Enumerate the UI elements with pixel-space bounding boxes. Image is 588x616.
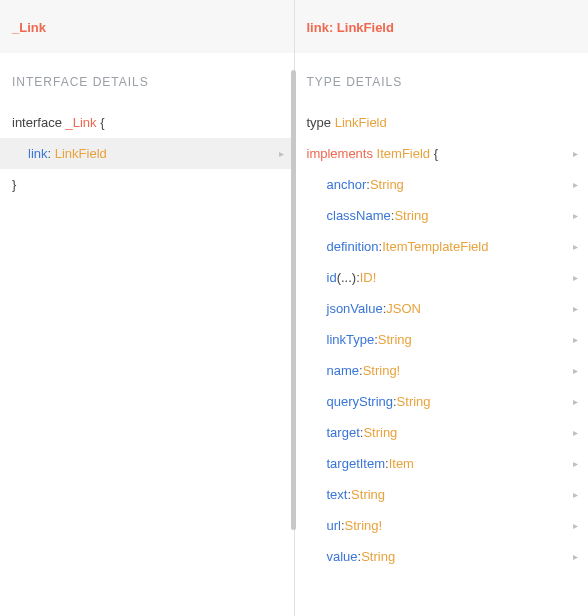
type-panel: link: LinkField TYPE DETAILS type LinkFi… xyxy=(295,0,589,616)
type-field-name[interactable]: name: String!▸ xyxy=(295,355,589,386)
interface-declaration: interface _Link { xyxy=(0,107,294,138)
field-type: Item xyxy=(389,456,414,471)
field-type: ItemTemplateField xyxy=(382,239,488,254)
interface-field-link[interactable]: link : LinkField ▸ xyxy=(0,138,294,169)
implements-name: ItemField xyxy=(377,146,430,161)
brace-open: { xyxy=(434,146,438,161)
field-name: anchor xyxy=(327,177,367,192)
keyword-interface: interface xyxy=(12,115,62,130)
type-field-targetItem[interactable]: targetItem: Item▸ xyxy=(295,448,589,479)
field-type: String! xyxy=(363,363,401,378)
type-name: LinkField xyxy=(335,115,387,130)
chevron-right-icon: ▸ xyxy=(573,489,578,500)
chevron-right-icon: ▸ xyxy=(573,179,578,190)
chevron-right-icon: ▸ xyxy=(573,148,578,159)
field-type: String xyxy=(370,177,404,192)
header-field-name: link xyxy=(307,20,329,35)
field-name: linkType xyxy=(327,332,375,347)
chevron-right-icon: ▸ xyxy=(573,520,578,531)
interface-title: _Link xyxy=(12,20,46,35)
field-type: String xyxy=(363,425,397,440)
header-type-name: LinkField xyxy=(337,20,394,35)
type-body: type LinkField implements ItemField { ▸ … xyxy=(295,103,589,584)
implements-line[interactable]: implements ItemField { ▸ xyxy=(295,138,589,169)
type-field-target[interactable]: target: String▸ xyxy=(295,417,589,448)
field-name: definition xyxy=(327,239,379,254)
field-args: (...) xyxy=(337,270,357,285)
field-name: targetItem xyxy=(327,456,386,471)
chevron-right-icon: ▸ xyxy=(573,396,578,407)
type-field-text[interactable]: text: String▸ xyxy=(295,479,589,510)
interface-header: _Link xyxy=(0,0,294,53)
chevron-right-icon: ▸ xyxy=(573,334,578,345)
chevron-right-icon: ▸ xyxy=(279,148,284,159)
chevron-right-icon: ▸ xyxy=(573,551,578,562)
keyword-type: type xyxy=(307,115,332,130)
field-type: JSON xyxy=(386,301,421,316)
type-section-title: TYPE DETAILS xyxy=(295,53,589,103)
interface-body: interface _Link { link : LinkField ▸ } xyxy=(0,103,294,212)
chevron-right-icon: ▸ xyxy=(573,458,578,469)
field-name: id xyxy=(327,270,337,285)
brace-close-line: } xyxy=(0,169,294,200)
chevron-right-icon: ▸ xyxy=(573,303,578,314)
field-name: url xyxy=(327,518,341,533)
type-field-queryString[interactable]: queryString: String▸ xyxy=(295,386,589,417)
type-declaration: type LinkField xyxy=(295,107,589,138)
field-type: String xyxy=(361,549,395,564)
field-type: String xyxy=(394,208,428,223)
header-sep: : xyxy=(329,20,337,35)
field-type: String xyxy=(378,332,412,347)
interface-name: _Link xyxy=(66,115,97,130)
field-colon: : xyxy=(48,146,55,161)
type-field-anchor[interactable]: anchor: String▸ xyxy=(295,169,589,200)
chevron-right-icon: ▸ xyxy=(573,272,578,283)
chevron-right-icon: ▸ xyxy=(573,210,578,221)
field-name: queryString xyxy=(327,394,393,409)
interface-panel: _Link INTERFACE DETAILS interface _Link … xyxy=(0,0,295,616)
type-field-value[interactable]: value: String▸ xyxy=(295,541,589,572)
chevron-right-icon: ▸ xyxy=(573,365,578,376)
field-name: value xyxy=(327,549,358,564)
field-type: ID! xyxy=(360,270,377,285)
type-field-id[interactable]: id(...): ID!▸ xyxy=(295,262,589,293)
type-field-jsonValue[interactable]: jsonValue: JSON▸ xyxy=(295,293,589,324)
interface-section-title: INTERFACE DETAILS xyxy=(0,53,294,103)
field-name: link xyxy=(28,146,48,161)
field-type: String! xyxy=(345,518,383,533)
brace-close: } xyxy=(12,177,16,192)
keyword-implements: implements xyxy=(307,146,373,161)
field-name: name xyxy=(327,363,360,378)
field-name: className xyxy=(327,208,391,223)
field-type: String xyxy=(397,394,431,409)
chevron-right-icon: ▸ xyxy=(573,241,578,252)
type-field-url[interactable]: url: String!▸ xyxy=(295,510,589,541)
field-type: String xyxy=(351,487,385,502)
field-name: target xyxy=(327,425,360,440)
chevron-right-icon: ▸ xyxy=(573,427,578,438)
brace-open: { xyxy=(100,115,104,130)
field-name: jsonValue xyxy=(327,301,383,316)
schema-explorer: _Link INTERFACE DETAILS interface _Link … xyxy=(0,0,588,616)
type-field-definition[interactable]: definition: ItemTemplateField▸ xyxy=(295,231,589,262)
field-type: LinkField xyxy=(55,146,107,161)
type-field-linkType[interactable]: linkType: String▸ xyxy=(295,324,589,355)
field-name: text xyxy=(327,487,348,502)
type-field-className[interactable]: className: String▸ xyxy=(295,200,589,231)
type-header: link: LinkField xyxy=(295,0,589,53)
